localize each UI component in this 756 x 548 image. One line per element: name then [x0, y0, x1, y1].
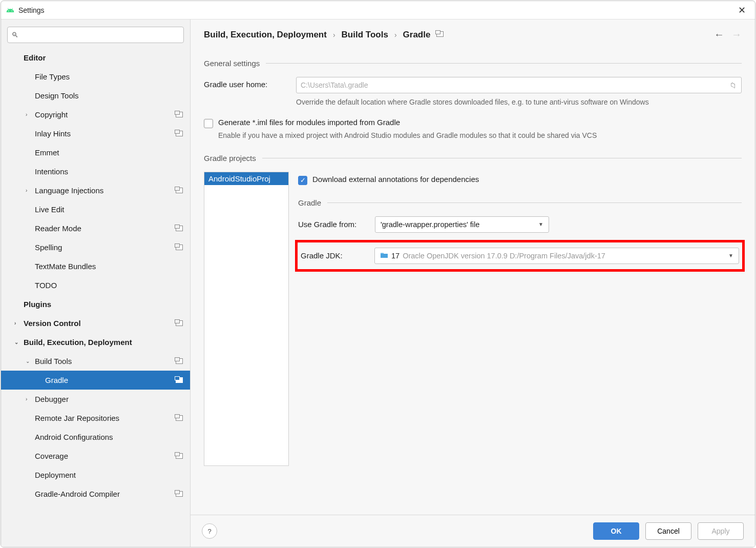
use-gradle-from-select[interactable]: 'gradle-wrapper.properties' file ▼	[375, 216, 549, 233]
forward-button: →	[731, 29, 742, 40]
gradle-user-home-input[interactable]	[301, 81, 726, 89]
tree-item[interactable]: Design Tools	[1, 86, 190, 105]
tree-item[interactable]: Intentions	[1, 162, 190, 181]
tree-item[interactable]: TODO	[1, 276, 190, 295]
breadcrumb-part: Gradle	[403, 30, 431, 40]
tree-item[interactable]: Inlay Hints	[1, 124, 190, 143]
tree-item-label: Design Tools	[35, 91, 186, 100]
tree-item-label: Android Configurations	[35, 433, 186, 441]
settings-tree[interactable]: EditorFile TypesDesign Tools›CopyrightIn…	[1, 48, 190, 547]
search-input[interactable]	[7, 27, 184, 43]
chevron-right-icon[interactable]: ›	[26, 396, 35, 402]
chevron-down-icon: ▼	[538, 221, 543, 227]
gradle-user-home-hint: Override the default location where Grad…	[296, 97, 742, 108]
tree-item[interactable]: Gradle-Android Compiler	[1, 484, 190, 503]
tree-item-label: Coverage	[35, 452, 176, 460]
tree-item-label: TextMate Bundles	[35, 262, 186, 271]
section-header-gradle: Gradle	[298, 198, 321, 207]
help-button[interactable]: ?	[202, 523, 217, 539]
tree-item[interactable]: Gradle	[1, 371, 190, 390]
breadcrumb-part[interactable]: Build Tools	[342, 30, 388, 40]
tree-item[interactable]: Emmet	[1, 143, 190, 162]
tree-item-label: Deployment	[35, 471, 186, 479]
scope-icon	[176, 131, 183, 136]
back-button[interactable]: ←	[714, 29, 724, 40]
tree-item-label: Reader Mode	[35, 224, 176, 233]
tree-item-label: Gradle-Android Compiler	[35, 490, 176, 498]
tree-item-label: Spelling	[35, 243, 176, 252]
tree-item[interactable]: Plugins	[1, 295, 190, 314]
chevron-right-icon[interactable]: ›	[26, 188, 35, 193]
cancel-button[interactable]: Cancel	[645, 522, 691, 540]
tree-item[interactable]: Live Edit	[1, 200, 190, 219]
footer: ? OK Cancel Apply	[191, 515, 755, 547]
tree-item[interactable]: TextMate Bundles	[1, 257, 190, 276]
download-annotations-checkbox[interactable]: ✓	[298, 176, 307, 185]
scope-icon	[176, 415, 183, 421]
chevron-down-icon[interactable]: ⌄	[14, 339, 24, 345]
generate-iml-label[interactable]: Generate *.iml files for modules importe…	[218, 118, 400, 127]
tree-item-label: Language Injections	[35, 186, 176, 195]
tree-item[interactable]: ›Copyright	[1, 105, 190, 124]
breadcrumb-part[interactable]: Build, Execution, Deployment	[204, 30, 327, 40]
tree-item-label: Debugger	[35, 395, 186, 403]
tree-item-label: Editor	[24, 53, 186, 62]
chevron-down-icon[interactable]: ⌄	[26, 358, 35, 364]
tree-item-label: Remote Jar Repositories	[35, 414, 176, 422]
android-icon	[6, 6, 14, 14]
apply-button: Apply	[698, 522, 744, 540]
tree-item-label: Version Control	[24, 319, 176, 328]
gradle-jdk-label: Gradle JDK:	[301, 251, 374, 260]
tree-item[interactable]: ⌄Build Tools	[1, 352, 190, 371]
tree-item-label: Build Tools	[35, 357, 176, 366]
generate-iml-checkbox[interactable]	[204, 119, 213, 128]
tree-item[interactable]: Editor	[1, 48, 190, 67]
tree-item[interactable]: Remote Jar Repositories	[1, 409, 190, 428]
scope-icon	[176, 112, 183, 117]
gradle-jdk-select[interactable]: 17 Oracle OpenJDK version 17.0.9 D:/Prog…	[374, 248, 739, 264]
gradle-project-item[interactable]: AndroidStudioProj	[204, 172, 288, 185]
chevron-right-icon[interactable]: ›	[14, 320, 24, 326]
browse-folder-icon[interactable]: 📁︎	[729, 81, 737, 90]
close-button[interactable]: ✕	[734, 4, 750, 17]
scope-icon	[436, 31, 444, 38]
scope-icon	[176, 320, 183, 326]
tree-item[interactable]: Android Configurations	[1, 428, 190, 446]
tree-item[interactable]: ›Version Control	[1, 314, 190, 333]
scope-icon	[176, 491, 183, 497]
tree-item-label: Live Edit	[35, 205, 186, 214]
tree-item[interactable]: ⌄Build, Execution, Deployment	[1, 333, 190, 352]
scope-icon	[176, 453, 183, 459]
tree-item-label: Gradle	[45, 376, 176, 384]
tree-item[interactable]: Deployment	[1, 465, 190, 484]
search-icon: 🔍︎	[11, 31, 18, 39]
scope-icon	[176, 245, 183, 250]
tree-item[interactable]: Reader Mode	[1, 219, 190, 238]
window-title: Settings	[18, 6, 45, 14]
tree-item-label: Build, Execution, Deployment	[24, 338, 186, 347]
ok-button[interactable]: OK	[593, 522, 639, 540]
tree-item-label: Plugins	[24, 300, 186, 309]
tree-item[interactable]: ›Debugger	[1, 390, 190, 409]
scope-icon	[176, 358, 183, 364]
breadcrumb: Build, Execution, Deployment › Build Too…	[191, 19, 755, 46]
tree-item[interactable]: File Types	[1, 67, 190, 86]
chevron-right-icon[interactable]: ›	[26, 112, 35, 117]
chevron-right-icon: ›	[394, 31, 397, 39]
titlebar: Settings ✕	[1, 1, 755, 19]
tree-item-label: Intentions	[35, 167, 186, 176]
generate-iml-hint: Enable if you have a mixed project with …	[218, 131, 742, 139]
jdk-folder-icon	[380, 251, 388, 260]
section-header-general: General settings	[204, 59, 260, 68]
tree-item-label: Copyright	[35, 110, 176, 119]
tree-item-label: File Types	[35, 72, 186, 81]
download-annotations-label[interactable]: Download external annotations for depend…	[312, 175, 479, 184]
gradle-projects-list[interactable]: AndroidStudioProj	[204, 172, 289, 466]
tree-item[interactable]: Spelling	[1, 238, 190, 257]
tree-item-label: Inlay Hints	[35, 129, 176, 138]
tree-item[interactable]: ›Language Injections	[1, 181, 190, 200]
chevron-down-icon: ▼	[728, 253, 733, 258]
tree-item[interactable]: Coverage	[1, 446, 190, 465]
section-header-gradle-projects: Gradle projects	[204, 154, 256, 163]
gradle-user-home-label: Gradle user home:	[204, 77, 296, 89]
